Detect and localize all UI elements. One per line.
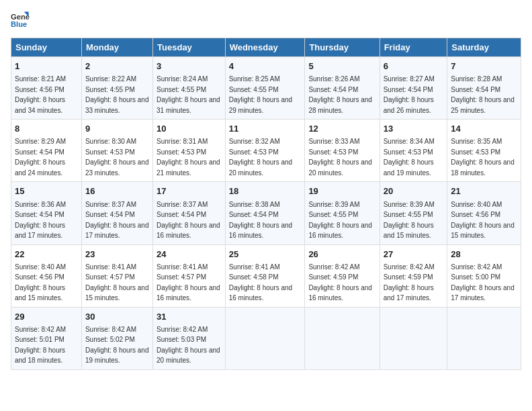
day-detail: Sunrise: 8:42 AMSunset: 4:59 PMDaylight:… <box>384 263 435 302</box>
day-number: 17 <box>157 185 222 197</box>
day-detail: Sunrise: 8:42 AMSunset: 5:01 PMDaylight:… <box>15 326 66 365</box>
page-header: General Blue <box>11 11 521 30</box>
calendar-cell: 21Sunrise: 8:40 AMSunset: 4:56 PMDayligh… <box>447 182 521 244</box>
calendar-cell: 23Sunrise: 8:41 AMSunset: 4:57 PMDayligh… <box>81 244 152 307</box>
day-number: 24 <box>157 248 222 261</box>
calendar-cell: 19Sunrise: 8:39 AMSunset: 4:55 PMDayligh… <box>305 182 380 244</box>
day-detail: Sunrise: 8:27 AMSunset: 4:54 PMDaylight:… <box>384 75 435 114</box>
calendar-cell: 22Sunrise: 8:40 AMSunset: 4:56 PMDayligh… <box>11 244 82 307</box>
day-number: 30 <box>85 311 149 323</box>
calendar-cell: 18Sunrise: 8:38 AMSunset: 4:54 PMDayligh… <box>225 182 305 244</box>
col-header-monday: Monday <box>81 38 152 57</box>
calendar-cell <box>305 307 380 369</box>
calendar-cell: 6Sunrise: 8:27 AMSunset: 4:54 PMDaylight… <box>380 57 447 120</box>
day-number: 1 <box>15 60 78 73</box>
day-number: 2 <box>85 60 149 73</box>
calendar-cell: 15Sunrise: 8:36 AMSunset: 4:54 PMDayligh… <box>11 182 82 244</box>
day-detail: Sunrise: 8:26 AMSunset: 4:54 PMDaylight:… <box>308 75 372 114</box>
day-number: 7 <box>451 60 517 73</box>
day-detail: Sunrise: 8:41 AMSunset: 4:57 PMDaylight:… <box>85 263 149 302</box>
day-number: 19 <box>308 185 375 197</box>
day-number: 11 <box>229 123 302 135</box>
day-number: 31 <box>157 311 222 323</box>
day-detail: Sunrise: 8:37 AMSunset: 4:54 PMDaylight:… <box>157 201 220 240</box>
calendar-cell: 29Sunrise: 8:42 AMSunset: 5:01 PMDayligh… <box>11 307 82 369</box>
calendar-cell <box>447 307 521 369</box>
day-number: 16 <box>85 185 149 197</box>
calendar-cell: 3Sunrise: 8:24 AMSunset: 4:55 PMDaylight… <box>153 57 226 120</box>
calendar-cell: 16Sunrise: 8:37 AMSunset: 4:54 PMDayligh… <box>81 182 152 244</box>
day-number: 3 <box>157 60 222 73</box>
col-header-friday: Friday <box>380 38 447 57</box>
day-detail: Sunrise: 8:28 AMSunset: 4:54 PMDaylight:… <box>451 75 515 114</box>
calendar-cell: 14Sunrise: 8:35 AMSunset: 4:53 PMDayligh… <box>447 120 521 182</box>
svg-text:Blue: Blue <box>11 20 27 28</box>
day-detail: Sunrise: 8:42 AMSunset: 5:00 PMDaylight:… <box>451 263 515 302</box>
day-number: 6 <box>384 60 444 73</box>
day-detail: Sunrise: 8:36 AMSunset: 4:54 PMDaylight:… <box>15 201 66 240</box>
day-detail: Sunrise: 8:35 AMSunset: 4:53 PMDaylight:… <box>451 138 515 177</box>
calendar-cell: 17Sunrise: 8:37 AMSunset: 4:54 PMDayligh… <box>153 182 226 244</box>
calendar-cell <box>380 307 447 369</box>
day-detail: Sunrise: 8:32 AMSunset: 4:53 PMDaylight:… <box>229 138 293 177</box>
header-row: SundayMondayTuesdayWednesdayThursdayFrid… <box>11 38 521 57</box>
col-header-thursday: Thursday <box>305 38 380 57</box>
calendar-cell: 1Sunrise: 8:21 AMSunset: 4:56 PMDaylight… <box>11 57 82 120</box>
day-number: 4 <box>229 60 302 73</box>
calendar-cell: 27Sunrise: 8:42 AMSunset: 4:59 PMDayligh… <box>380 244 447 307</box>
day-number: 20 <box>384 185 444 197</box>
day-number: 12 <box>308 123 375 135</box>
day-detail: Sunrise: 8:41 AMSunset: 4:58 PMDaylight:… <box>229 263 293 302</box>
day-detail: Sunrise: 8:29 AMSunset: 4:54 PMDaylight:… <box>15 138 66 177</box>
day-detail: Sunrise: 8:38 AMSunset: 4:54 PMDaylight:… <box>229 201 293 240</box>
col-header-tuesday: Tuesday <box>153 38 226 57</box>
day-number: 29 <box>15 311 78 323</box>
day-detail: Sunrise: 8:24 AMSunset: 4:55 PMDaylight:… <box>157 75 220 114</box>
day-detail: Sunrise: 8:25 AMSunset: 4:55 PMDaylight:… <box>229 75 293 114</box>
calendar-cell: 20Sunrise: 8:39 AMSunset: 4:55 PMDayligh… <box>380 182 447 244</box>
day-detail: Sunrise: 8:21 AMSunset: 4:56 PMDaylight:… <box>15 75 66 114</box>
calendar-cell: 7Sunrise: 8:28 AMSunset: 4:54 PMDaylight… <box>447 57 521 120</box>
day-detail: Sunrise: 8:39 AMSunset: 4:55 PMDaylight:… <box>308 201 372 240</box>
calendar-cell: 30Sunrise: 8:42 AMSunset: 5:02 PMDayligh… <box>81 307 152 369</box>
logo: General Blue <box>11 11 32 30</box>
day-detail: Sunrise: 8:34 AMSunset: 4:53 PMDaylight:… <box>384 138 435 177</box>
logo-icon: General Blue <box>11 11 30 30</box>
day-detail: Sunrise: 8:42 AMSunset: 5:03 PMDaylight:… <box>157 326 220 365</box>
calendar-cell: 26Sunrise: 8:42 AMSunset: 4:59 PMDayligh… <box>305 244 380 307</box>
week-row-1: 1Sunrise: 8:21 AMSunset: 4:56 PMDaylight… <box>11 57 521 120</box>
calendar-cell: 5Sunrise: 8:26 AMSunset: 4:54 PMDaylight… <box>305 57 380 120</box>
day-number: 26 <box>308 248 375 261</box>
calendar-cell: 2Sunrise: 8:22 AMSunset: 4:55 PMDaylight… <box>81 57 152 120</box>
day-number: 23 <box>85 248 149 261</box>
calendar-cell: 25Sunrise: 8:41 AMSunset: 4:58 PMDayligh… <box>225 244 305 307</box>
day-number: 25 <box>229 248 302 261</box>
calendar-cell: 9Sunrise: 8:30 AMSunset: 4:53 PMDaylight… <box>81 120 152 182</box>
day-number: 22 <box>15 248 78 261</box>
day-detail: Sunrise: 8:22 AMSunset: 4:55 PMDaylight:… <box>85 75 149 114</box>
calendar-cell: 24Sunrise: 8:41 AMSunset: 4:57 PMDayligh… <box>153 244 226 307</box>
day-number: 9 <box>85 123 149 135</box>
day-number: 28 <box>451 248 517 261</box>
week-row-2: 8Sunrise: 8:29 AMSunset: 4:54 PMDaylight… <box>11 120 521 182</box>
day-detail: Sunrise: 8:42 AMSunset: 5:02 PMDaylight:… <box>85 326 149 365</box>
calendar-cell: 28Sunrise: 8:42 AMSunset: 5:00 PMDayligh… <box>447 244 521 307</box>
day-number: 27 <box>384 248 444 261</box>
calendar-cell <box>225 307 305 369</box>
col-header-wednesday: Wednesday <box>225 38 305 57</box>
col-header-sunday: Sunday <box>11 38 82 57</box>
calendar-cell: 13Sunrise: 8:34 AMSunset: 4:53 PMDayligh… <box>380 120 447 182</box>
calendar-cell: 31Sunrise: 8:42 AMSunset: 5:03 PMDayligh… <box>153 307 226 369</box>
day-detail: Sunrise: 8:40 AMSunset: 4:56 PMDaylight:… <box>451 201 515 240</box>
day-number: 21 <box>451 185 517 197</box>
day-number: 18 <box>229 185 302 197</box>
day-detail: Sunrise: 8:33 AMSunset: 4:53 PMDaylight:… <box>308 138 372 177</box>
calendar-cell: 4Sunrise: 8:25 AMSunset: 4:55 PMDaylight… <box>225 57 305 120</box>
day-number: 14 <box>451 123 517 135</box>
week-row-3: 15Sunrise: 8:36 AMSunset: 4:54 PMDayligh… <box>11 182 521 244</box>
day-number: 5 <box>308 60 375 73</box>
day-detail: Sunrise: 8:30 AMSunset: 4:53 PMDaylight:… <box>85 138 149 177</box>
week-row-4: 22Sunrise: 8:40 AMSunset: 4:56 PMDayligh… <box>11 244 521 307</box>
calendar-cell: 10Sunrise: 8:31 AMSunset: 4:53 PMDayligh… <box>153 120 226 182</box>
day-detail: Sunrise: 8:39 AMSunset: 4:55 PMDaylight:… <box>384 201 435 240</box>
